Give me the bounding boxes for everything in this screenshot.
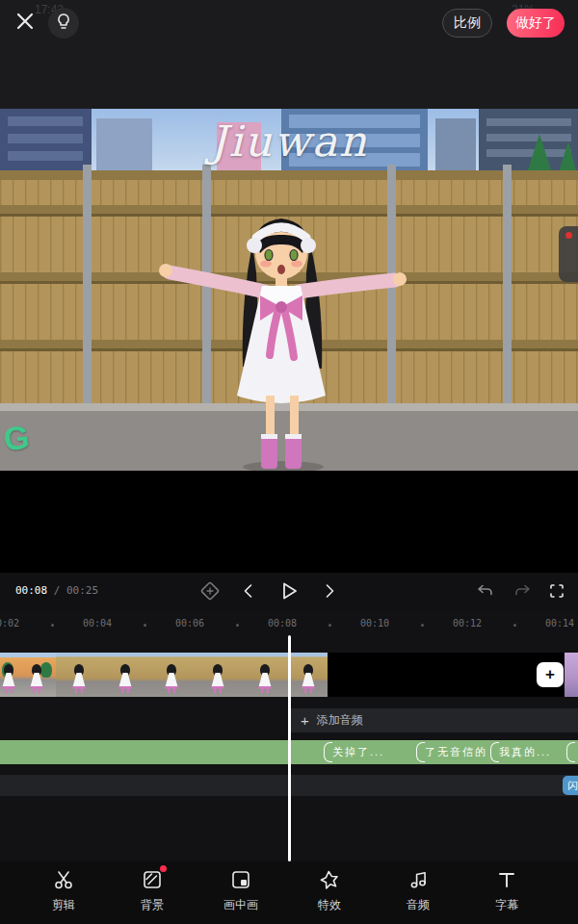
close-button[interactable] (12, 10, 39, 37)
tool-edit[interactable]: 剪辑 (19, 868, 108, 913)
time-display: 00:08 / 00:25 (15, 584, 98, 597)
redo-button[interactable] (509, 578, 538, 607)
picture-in-picture-icon (229, 868, 252, 891)
chevron-left-icon (240, 582, 257, 603)
ruler-dot (144, 624, 146, 627)
plus-icon: + (301, 712, 309, 729)
close-icon (14, 11, 36, 36)
text-t-icon (495, 868, 518, 891)
play-icon (278, 580, 300, 605)
undo-icon (475, 581, 494, 604)
ingame-record-panel (559, 226, 578, 282)
time-separator: / (47, 584, 66, 597)
play-button[interactable] (275, 578, 303, 607)
prev-frame-button[interactable] (234, 578, 263, 607)
total-time: 00:25 (66, 584, 98, 597)
ruler-tick: 00:04 (83, 618, 112, 629)
music-note-icon (407, 868, 430, 891)
chevron-right-icon (321, 582, 338, 603)
undo-button[interactable] (470, 578, 499, 607)
video-preview[interactable]: Jiuwan G (0, 109, 578, 471)
tool-pip[interactable]: 画中画 (197, 868, 285, 913)
ruler-tick: 00:10 (360, 618, 389, 629)
timeline: 00:02 00:04 00:06 00:08 00:10 00:12 00:1… (0, 613, 578, 861)
filmstrip-frame (102, 653, 148, 697)
keyframe-diamond-icon (199, 580, 221, 605)
filmstrip-frame (289, 653, 328, 697)
ruler-dot (421, 624, 424, 627)
add-audio-track[interactable]: + 添加音频 (289, 708, 578, 732)
ruler-tick: 00:08 (268, 618, 297, 629)
add-clip-button[interactable]: + (537, 662, 564, 687)
tool-background[interactable]: 背景 (108, 868, 197, 913)
background-icon (141, 868, 164, 891)
subtitle-segment[interactable]: 了无音信的... (415, 740, 487, 764)
tool-audio[interactable]: 音频 (374, 868, 462, 913)
ruler-tick: 00:06 (175, 618, 204, 629)
magic-star-icon (318, 868, 341, 891)
filmstrip-frame (195, 653, 241, 697)
watermark-text: Jiuwan (0, 116, 578, 166)
subtitle-segment[interactable] (565, 740, 578, 764)
tool-label: 特效 (318, 897, 341, 913)
done-button[interactable]: 做好了 (507, 9, 565, 38)
ruler-dot (328, 624, 331, 627)
ruler-tick: 00:02 (0, 618, 19, 629)
filmstrip-frame (148, 653, 195, 697)
filmstrip-frame (17, 653, 56, 697)
ruler-tick: 00:14 (545, 618, 574, 629)
ruler-tick: 00:12 (453, 618, 482, 629)
bottom-toolbar: 剪辑 背景 画中画 特效 音频 字幕 (0, 861, 578, 924)
subtitle-segment[interactable]: 关掉了... (323, 740, 413, 764)
current-time: 00:08 (15, 584, 47, 597)
game-logo-g: G (2, 419, 31, 459)
tool-label: 字幕 (495, 897, 518, 913)
ruler-dot (236, 624, 239, 627)
scissors-icon (52, 868, 75, 891)
tool-label: 画中画 (223, 897, 258, 913)
playhead (288, 635, 291, 861)
tips-button[interactable] (48, 8, 79, 38)
filmstrip-frame (241, 653, 289, 697)
filmstrip-frame (0, 653, 17, 697)
redo-icon (513, 581, 533, 604)
fullscreen-icon (548, 582, 565, 603)
next-clip-thumbnail[interactable] (565, 653, 578, 697)
add-audio-label: 添加音频 (317, 712, 363, 729)
ruler-dot (513, 624, 516, 627)
effect-segment[interactable]: 闪 (563, 776, 578, 795)
notification-dot (160, 865, 167, 872)
lightbulb-icon (55, 13, 72, 34)
tool-label: 音频 (407, 897, 430, 913)
tool-subtitles[interactable]: 字幕 (462, 868, 551, 913)
tool-effects[interactable]: 特效 (285, 868, 374, 913)
timeline-ruler[interactable]: 00:02 00:04 00:06 00:08 00:10 00:12 00:1… (0, 615, 578, 632)
playback-controls: 00:08 / 00:25 (0, 573, 578, 613)
next-frame-button[interactable] (315, 578, 344, 607)
header: 17:42 21% 比例 做好了 (0, 0, 578, 109)
aspect-ratio-button[interactable]: 比例 (442, 9, 492, 38)
tool-label: 背景 (141, 897, 164, 913)
ruler-dot (51, 624, 54, 627)
filmstrip-frame (56, 653, 102, 697)
subtitle-segment[interactable]: 我真的... (489, 740, 557, 764)
fullscreen-button[interactable] (542, 578, 571, 607)
keyframe-button[interactable] (196, 578, 224, 607)
tool-label: 剪辑 (52, 897, 75, 913)
